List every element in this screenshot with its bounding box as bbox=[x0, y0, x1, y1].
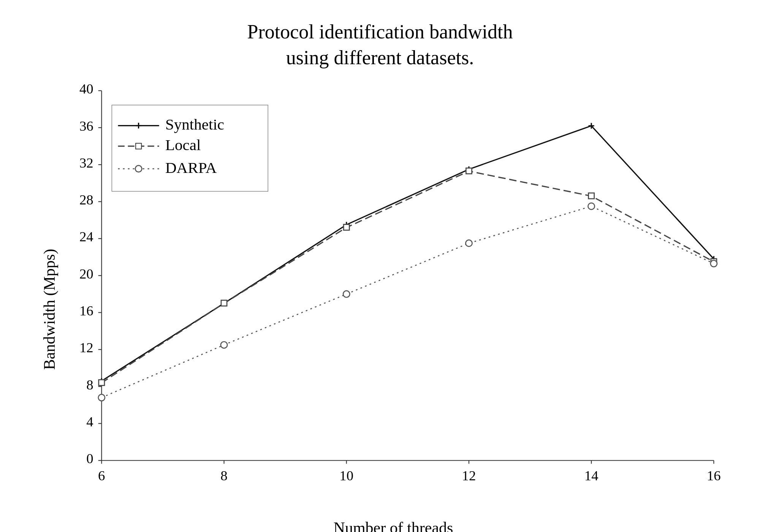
legend-local-label: Local bbox=[165, 136, 201, 154]
svg-text:8: 8 bbox=[220, 468, 227, 483]
svg-wrapper: 0 4 8 12 16 20 24 28 32 bbox=[65, 82, 722, 515]
svg-text:0: 0 bbox=[86, 451, 93, 467]
svg-text:16: 16 bbox=[79, 303, 93, 318]
chart-title: Protocol identification bandwidth using … bbox=[247, 19, 513, 70]
legend-synthetic-label: Synthetic bbox=[165, 116, 224, 133]
svg-text:20: 20 bbox=[79, 266, 93, 282]
darpa-markers bbox=[98, 203, 717, 401]
legend-darpa-label: DARPA bbox=[165, 159, 217, 176]
chart-container: Protocol identification bandwidth using … bbox=[38, 19, 722, 513]
svg-text:36: 36 bbox=[79, 118, 93, 134]
svg-rect-49 bbox=[221, 300, 227, 306]
local-markers bbox=[99, 168, 717, 385]
svg-rect-48 bbox=[99, 380, 104, 385]
svg-point-54 bbox=[98, 394, 105, 401]
svg-rect-51 bbox=[466, 168, 472, 174]
svg-point-56 bbox=[343, 291, 350, 297]
chart-inner: 0 4 8 12 16 20 24 28 32 bbox=[65, 82, 722, 532]
svg-rect-52 bbox=[589, 193, 594, 199]
svg-point-71 bbox=[135, 166, 142, 172]
svg-text:16: 16 bbox=[707, 468, 721, 483]
svg-text:8: 8 bbox=[86, 377, 93, 393]
svg-text:32: 32 bbox=[79, 155, 93, 171]
chart-area: Bandwidth (Mpps) 0 4 bbox=[38, 82, 722, 532]
svg-point-55 bbox=[221, 342, 227, 348]
y-axis-label: Bandwidth (Mpps) bbox=[38, 82, 61, 532]
x-axis-label: Number of threads bbox=[65, 519, 722, 532]
local-line bbox=[101, 171, 714, 383]
svg-rect-50 bbox=[344, 225, 349, 230]
darpa-line bbox=[101, 206, 714, 398]
svg-point-58 bbox=[588, 203, 595, 209]
svg-text:28: 28 bbox=[79, 192, 93, 207]
svg-text:10: 10 bbox=[339, 468, 353, 483]
svg-rect-69 bbox=[136, 143, 141, 149]
main-chart-svg: 0 4 8 12 16 20 24 28 32 bbox=[65, 82, 722, 515]
svg-text:24: 24 bbox=[79, 229, 93, 245]
svg-point-59 bbox=[711, 260, 717, 267]
svg-text:12: 12 bbox=[79, 340, 93, 356]
svg-text:14: 14 bbox=[584, 468, 598, 483]
svg-point-57 bbox=[466, 240, 472, 247]
svg-text:12: 12 bbox=[462, 468, 476, 483]
svg-text:4: 4 bbox=[86, 414, 93, 429]
svg-text:6: 6 bbox=[98, 468, 105, 483]
svg-text:40: 40 bbox=[79, 82, 93, 97]
